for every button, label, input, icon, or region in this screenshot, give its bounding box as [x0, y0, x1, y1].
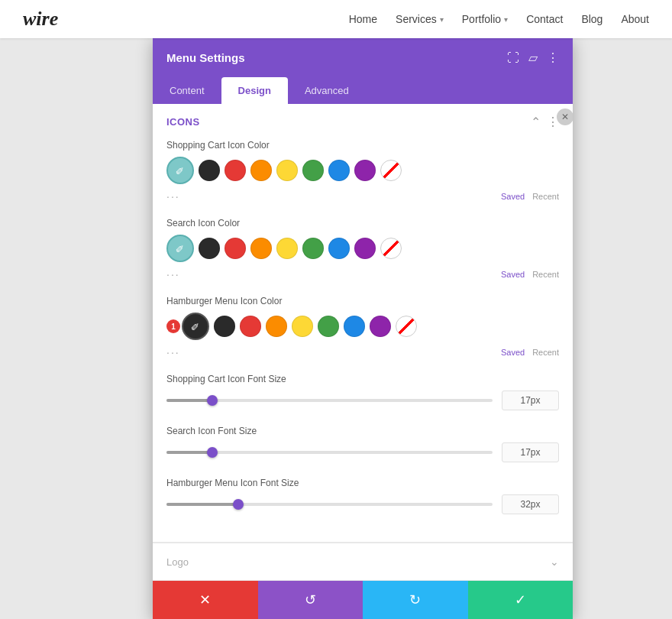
nav-contact[interactable]: Contact	[526, 13, 563, 25]
swatch-blue-1[interactable]	[328, 160, 350, 181]
swatch-green-3[interactable]	[318, 316, 339, 337]
hamburger-font-size-label: Hamburger Menu Icon Font Size	[166, 478, 559, 488]
swatch-transparent-2[interactable]	[380, 238, 402, 259]
search-slider-row	[166, 442, 559, 462]
nav-services[interactable]: Services ▾	[396, 13, 444, 25]
shopping-cart-eyedropper[interactable]: ✏	[166, 157, 194, 184]
swatch-red-2[interactable]	[225, 238, 246, 259]
portfolio-chevron-icon: ▾	[504, 15, 508, 24]
swatch-purple-2[interactable]	[354, 238, 376, 259]
swatch-yellow-1[interactable]	[276, 160, 298, 181]
hamburger-slider-fill	[166, 503, 238, 506]
panel-title: Menu Settings	[166, 51, 245, 64]
tab-advanced[interactable]: Advanced	[288, 77, 366, 104]
shopping-cart-slider[interactable]	[166, 399, 493, 402]
cancel-button[interactable]: ✕	[153, 581, 258, 619]
eyedropper-icon-3: ✏	[188, 319, 203, 334]
logo-section-title: Logo	[166, 556, 189, 568]
swatch-yellow-2[interactable]	[276, 238, 298, 259]
hamburger-more-dots[interactable]: ···	[166, 346, 180, 358]
hamburger-saved[interactable]: Saved	[501, 348, 525, 357]
search-color-setting: Search Icon Color ✏	[166, 218, 559, 280]
swatch-purple-3[interactable]	[370, 316, 391, 337]
services-chevron-icon: ▾	[440, 15, 444, 24]
panel-header: Menu Settings ⛶ ▱ ⋮	[153, 38, 573, 77]
icons-collapse-icon[interactable]: ⌃	[531, 115, 541, 129]
hamburger-font-size-input[interactable]	[502, 494, 559, 514]
hamburger-slider-row	[166, 494, 559, 514]
main-area: Menu Settings ⛶ ▱ ⋮ Content Design Advan…	[0, 38, 672, 619]
save-button[interactable]: ✓	[468, 581, 573, 619]
icons-section: Icons ⌃ ⋮ Shopping Cart Icon Color ✏	[153, 104, 573, 543]
shopping-cart-recent[interactable]: Recent	[532, 192, 559, 201]
shopping-cart-color-row: ✏	[166, 157, 559, 184]
swatch-black-2[interactable]	[199, 238, 220, 259]
shopping-cart-font-size-input[interactable]	[502, 391, 559, 410]
logo-text: wire	[23, 8, 58, 30]
hamburger-color-setting: Hamburger Menu Icon Color 1 ✏	[166, 296, 559, 358]
shopping-cart-slider-fill	[166, 399, 212, 402]
hamburger-slider[interactable]	[166, 503, 493, 506]
sizing-section: Sizing ⌄	[153, 580, 573, 581]
search-slider-thumb[interactable]	[207, 447, 218, 458]
hamburger-slider-thumb[interactable]	[233, 499, 244, 510]
swatch-red-1[interactable]	[225, 160, 246, 181]
shopping-cart-slider-thumb[interactable]	[207, 395, 218, 406]
nav-home[interactable]: Home	[349, 13, 377, 25]
search-more-dots[interactable]: ···	[166, 268, 180, 280]
more-options-icon[interactable]: ⋮	[547, 50, 559, 65]
search-recent[interactable]: Recent	[532, 270, 559, 279]
hamburger-color-row: 1 ✏	[166, 313, 559, 340]
redo-button[interactable]: ↻	[363, 581, 468, 619]
swatch-black-1[interactable]	[199, 160, 220, 181]
split-icon[interactable]: ▱	[528, 50, 538, 65]
shopping-cart-font-size: Shopping Cart Icon Font Size	[166, 374, 559, 410]
hamburger-recent[interactable]: Recent	[532, 348, 559, 357]
panel-tabs: Content Design Advanced	[153, 77, 573, 104]
nav-blog[interactable]: Blog	[581, 13, 603, 25]
shopping-cart-slider-row	[166, 391, 559, 410]
search-font-size-input[interactable]	[502, 442, 559, 462]
search-saved[interactable]: Saved	[501, 270, 525, 279]
swatch-orange-2[interactable]	[250, 238, 272, 259]
top-navigation: wire Home Services ▾ Portfolio ▾ Contact…	[0, 0, 672, 38]
bottom-bar: ✕ ↺ ↻ ✓	[153, 581, 573, 619]
tab-content[interactable]: Content	[153, 77, 221, 104]
undo-button[interactable]: ↺	[258, 581, 363, 619]
search-slider-fill	[166, 451, 212, 454]
panel-header-icons: ⛶ ▱ ⋮	[507, 50, 559, 65]
shopping-cart-saved-recent: Saved Recent	[501, 192, 559, 201]
swatch-orange-3[interactable]	[266, 316, 287, 337]
swatch-orange-1[interactable]	[250, 160, 272, 181]
swatch-black-3[interactable]	[214, 316, 235, 337]
shopping-cart-more-dots[interactable]: ···	[166, 190, 180, 203]
hamburger-saved-recent: Saved Recent	[501, 348, 559, 357]
fullscreen-icon[interactable]: ⛶	[507, 51, 519, 65]
swatch-transparent-3[interactable]	[396, 316, 417, 337]
swatch-purple-1[interactable]	[354, 160, 376, 181]
shopping-cart-saved[interactable]: Saved	[501, 192, 525, 201]
nav-portfolio[interactable]: Portfolio ▾	[462, 13, 508, 25]
eyedropper-icon-2: ✏	[173, 241, 188, 256]
swatch-green-2[interactable]	[302, 238, 324, 259]
panel-close-button[interactable]: ✕	[557, 109, 573, 125]
hamburger-eyedropper[interactable]: ✏	[182, 313, 209, 340]
icons-section-body: Shopping Cart Icon Color ✏	[153, 140, 573, 542]
swatch-green-1[interactable]	[302, 160, 324, 181]
shopping-cart-font-size-label: Shopping Cart Icon Font Size	[166, 374, 559, 384]
search-slider[interactable]	[166, 451, 493, 454]
swatch-blue-3[interactable]	[344, 316, 365, 337]
swatch-transparent-1[interactable]	[380, 160, 402, 181]
swatch-yellow-3[interactable]	[292, 316, 313, 337]
swatch-blue-2[interactable]	[328, 238, 350, 259]
logo-section-header[interactable]: Logo ⌄	[153, 543, 573, 580]
panel-body: Icons ⌃ ⋮ Shopping Cart Icon Color ✏	[153, 104, 573, 581]
nav-about[interactable]: About	[621, 13, 649, 25]
search-saved-recent: Saved Recent	[501, 270, 559, 279]
icons-section-header: Icons ⌃ ⋮	[153, 104, 573, 140]
logo-area: wire	[23, 8, 349, 31]
shopping-cart-color-label: Shopping Cart Icon Color	[166, 140, 559, 151]
tab-design[interactable]: Design	[221, 77, 288, 104]
swatch-red-3[interactable]	[240, 316, 261, 337]
search-eyedropper[interactable]: ✏	[166, 235, 194, 262]
